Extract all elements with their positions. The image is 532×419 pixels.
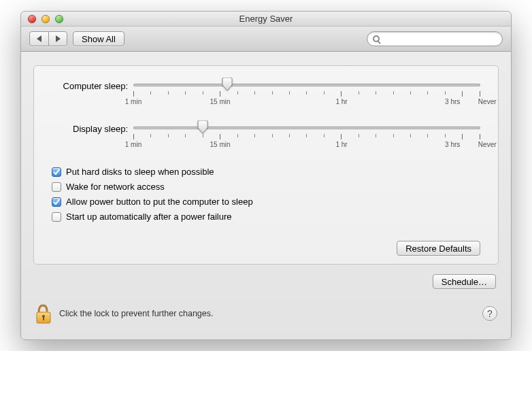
display-sleep-label: Display sleep: <box>52 124 133 134</box>
lock-text: Click the lock to prevent further change… <box>59 309 476 318</box>
schedule-button[interactable]: Schedule… <box>433 274 496 289</box>
preferences-window: Energy Saver Show All Computer sleep: <box>20 11 512 340</box>
wake-network-label: Wake for network access <box>66 182 165 192</box>
auto-startup-checkbox-row: Start up automatically after a power fai… <box>52 212 480 222</box>
power-button-checkbox[interactable] <box>52 197 61 207</box>
nav-segment <box>29 31 67 46</box>
settings-panel: Computer sleep: <box>33 65 499 265</box>
auto-startup-checkbox[interactable] <box>52 212 61 222</box>
search-input[interactable] <box>382 34 497 44</box>
titlebar: Energy Saver <box>21 12 511 27</box>
power-button-checkbox-row: Allow power button to put the computer t… <box>52 197 480 207</box>
computer-sleep-row: Computer sleep: <box>52 81 480 107</box>
search-icon <box>373 35 380 42</box>
window-controls <box>21 15 63 23</box>
forward-icon <box>56 35 61 42</box>
computer-sleep-ticks <box>133 91 480 97</box>
window-title: Energy Saver <box>21 14 511 24</box>
forward-button[interactable] <box>48 31 67 46</box>
back-icon <box>37 35 41 42</box>
disk-sleep-checkbox[interactable] <box>52 167 61 177</box>
power-button-label: Allow power button to put the computer t… <box>66 197 253 207</box>
computer-sleep-thumb[interactable] <box>221 78 233 91</box>
back-button[interactable] <box>29 31 48 46</box>
minimize-window-button[interactable] <box>41 15 50 23</box>
wake-network-checkbox-row: Wake for network access <box>52 182 480 192</box>
display-sleep-slider[interactable] <box>133 124 480 131</box>
wake-network-checkbox[interactable] <box>52 182 61 192</box>
display-sleep-thumb[interactable] <box>197 120 209 134</box>
auto-startup-label: Start up automatically after a power fai… <box>66 212 232 222</box>
display-sleep-tick-labels: 1 min 15 min 1 hr 3 hrs Never <box>133 141 480 150</box>
show-all-button[interactable]: Show All <box>73 31 124 46</box>
help-button[interactable]: ? <box>482 306 497 321</box>
svg-rect-2 <box>43 317 44 320</box>
display-sleep-ticks <box>133 134 480 139</box>
disk-sleep-label: Put hard disks to sleep when possible <box>66 167 214 177</box>
computer-sleep-slider[interactable] <box>133 81 480 88</box>
zoom-window-button[interactable] <box>55 15 63 23</box>
search-field[interactable] <box>367 31 503 46</box>
lock-icon[interactable] <box>35 303 52 324</box>
display-sleep-row: Display sleep: <box>52 124 480 150</box>
computer-sleep-label: Computer sleep: <box>52 81 133 91</box>
toolbar: Show All <box>21 27 511 52</box>
disk-sleep-checkbox-row: Put hard disks to sleep when possible <box>52 167 480 177</box>
content-area: Computer sleep: <box>21 52 511 339</box>
computer-sleep-tick-labels: 1 min 15 min 1 hr 3 hrs Never <box>133 98 480 107</box>
restore-defaults-button[interactable]: Restore Defaults <box>397 241 480 256</box>
checkbox-list: Put hard disks to sleep when possible Wa… <box>52 167 480 222</box>
lock-row: Click the lock to prevent further change… <box>33 303 499 330</box>
close-window-button[interactable] <box>28 15 36 23</box>
